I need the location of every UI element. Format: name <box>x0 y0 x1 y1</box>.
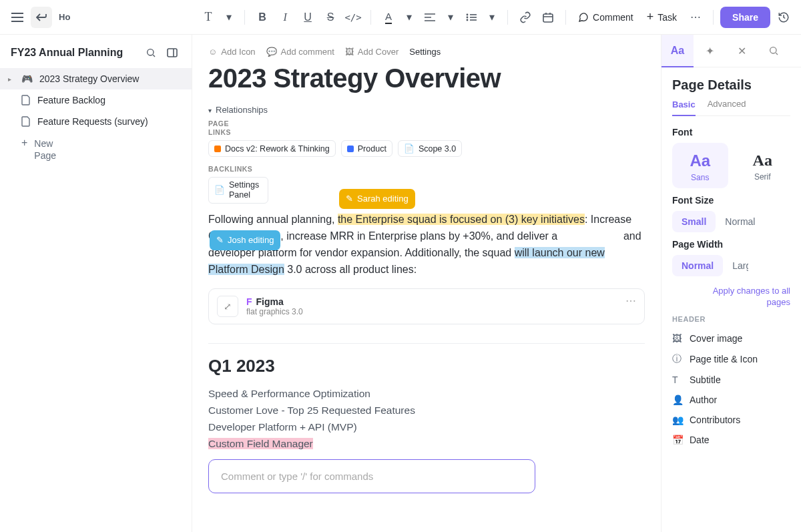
chevron-down-icon[interactable]: ▾ <box>442 9 459 26</box>
collapse-panel-icon[interactable] <box>164 44 181 61</box>
code-icon[interactable]: </> <box>342 7 364 28</box>
search-icon[interactable] <box>142 44 160 61</box>
strikethrough-icon[interactable]: S <box>320 7 341 28</box>
header-item-cover[interactable]: 🖼Cover image <box>672 328 790 348</box>
sidebar-item-label: Feature Requests (survey) <box>37 116 148 127</box>
underline-icon[interactable]: U <box>297 7 318 28</box>
sidebar-item-requests[interactable]: Feature Requests (survey) <box>0 111 192 132</box>
text-icon: T <box>672 374 683 385</box>
settings-button[interactable]: Settings <box>409 47 441 57</box>
new-page-button[interactable]: + New Page <box>0 132 192 167</box>
comment-button[interactable]: Comment <box>573 8 639 27</box>
body-line[interactable]: Custom Field Manager <box>208 436 645 453</box>
svg-rect-3 <box>543 14 553 22</box>
body-line[interactable]: Speed & Performance Optimization <box>208 386 645 403</box>
text-style-icon[interactable]: T <box>198 7 219 28</box>
panel-title: Page Details <box>672 77 790 93</box>
gamepad-icon: 🎮 <box>21 73 33 84</box>
more-icon[interactable]: ⋯ <box>625 294 637 307</box>
chevron-down-icon[interactable]: ▾ <box>483 9 501 26</box>
link-chip[interactable]: Docs v2: Rework & Thinking <box>208 140 336 157</box>
doc-icon <box>21 95 31 105</box>
plus-icon: + <box>21 138 27 148</box>
apply-all-link[interactable]: Apply changes to all pages <box>706 286 790 308</box>
pencil-icon: ✎ <box>346 192 353 206</box>
add-comment-button[interactable]: 💬Add comment <box>266 47 334 57</box>
sidebar-item-strategy[interactable]: ▸ 🎮 2023 Strategy Overview <box>0 68 192 89</box>
fontsize-label: Font Size <box>672 195 790 206</box>
svg-point-6 <box>770 47 776 53</box>
link-chip[interactable]: 📄Scope 3.0 <box>398 140 462 157</box>
italic-icon[interactable]: I <box>274 7 296 28</box>
header-item-contributors[interactable]: 👥Contributors <box>672 410 790 430</box>
header-item-author[interactable]: 👤Author <box>672 390 790 410</box>
sidebar-item-backlog[interactable]: Feature Backlog <box>0 89 192 111</box>
panel-tab-text[interactable]: Aa <box>661 35 694 67</box>
chevron-down-icon[interactable]: ▾ <box>400 9 418 26</box>
backlink-chip[interactable]: 📄Settings Panel <box>208 177 268 204</box>
link-chip[interactable]: Product <box>341 140 392 157</box>
list-icon[interactable] <box>461 7 482 28</box>
size-small-pill[interactable]: Small <box>672 211 716 232</box>
expand-icon[interactable]: ⤢ <box>217 296 238 317</box>
square-icon <box>214 146 221 152</box>
embed-subtitle: flat graphics 3.0 <box>246 307 303 316</box>
header-item-title[interactable]: ⓘPage title & Icon <box>672 348 790 370</box>
width-normal-pill[interactable]: Normal <box>672 255 723 276</box>
right-panel: Aa ✦ ✕ Page Details Basic Advanced Font … <box>661 35 801 532</box>
history-icon[interactable] <box>773 7 794 28</box>
svg-point-4 <box>148 49 154 55</box>
panel-tab-search[interactable] <box>758 35 790 67</box>
header-item-subtitle[interactable]: TSubtitle <box>672 370 790 390</box>
share-button[interactable]: Share <box>720 7 770 28</box>
width-large-pill[interactable]: Large <box>732 260 748 271</box>
presence-josh: ✎Josh editing <box>210 230 280 250</box>
text-style-group: T ▾ <box>198 7 238 28</box>
svg-point-0 <box>467 13 469 15</box>
svg-rect-5 <box>168 49 177 57</box>
menu-icon[interactable] <box>7 7 28 28</box>
info-icon: ⓘ <box>672 353 683 365</box>
figma-embed[interactable]: ⤢ FFigma flat graphics 3.0 ⋯ <box>208 288 645 324</box>
add-icon-button[interactable]: ☺Add Icon <box>208 47 256 57</box>
image-icon: 🖼 <box>345 47 354 57</box>
body-line[interactable]: Developer Platform + API (MVP) <box>208 419 645 436</box>
smile-icon: ☺ <box>208 47 217 57</box>
link-icon[interactable] <box>515 7 536 28</box>
highlight-pink: Custom Field Manager <box>208 438 313 449</box>
page-links-label: PAGE LINKS <box>208 119 235 136</box>
back-icon[interactable] <box>31 7 52 28</box>
date-icon[interactable] <box>537 7 559 28</box>
font-label: Font <box>672 127 790 138</box>
tab-home[interactable]: Ho <box>55 7 74 28</box>
relationships-toggle[interactable]: ▾ Relationships <box>208 105 645 115</box>
header-section-label: HEADER <box>672 315 790 323</box>
panel-tab-sparkle[interactable]: ✦ <box>694 35 726 67</box>
width-label: Page Width <box>672 239 790 250</box>
header-item-date[interactable]: 📅Date <box>672 430 790 450</box>
more-icon[interactable]: ⋯ <box>685 7 706 28</box>
add-cover-button[interactable]: 🖼Add Cover <box>345 47 398 57</box>
panel-tab-tools[interactable]: ✕ <box>726 35 758 67</box>
page-title[interactable]: 2023 Strategy Overview <box>208 63 645 93</box>
sidebar-item-label: 2023 Strategy Overview <box>39 73 139 84</box>
heading-q1[interactable]: Q1 2023 <box>208 356 645 376</box>
body-paragraph[interactable]: ✎Sarah editing ✎Josh editing Following a… <box>208 212 645 278</box>
bold-icon[interactable]: B <box>252 7 273 28</box>
text-color-icon[interactable]: A <box>378 7 399 28</box>
font-sans-card[interactable]: Aa Sans <box>672 143 728 188</box>
highlight-yellow: the Enterprise squad is focused on (3) k… <box>338 214 585 225</box>
body-line[interactable]: Customer Love - Top 25 Requested Feature… <box>208 403 645 419</box>
backlinks-label: BACKLINKS <box>208 165 645 173</box>
size-normal-pill[interactable]: Normal <box>725 216 755 227</box>
task-button[interactable]: + Task <box>641 6 682 28</box>
subtab-advanced[interactable]: Advanced <box>708 99 734 115</box>
comment-input[interactable]: Comment or type '/' for commands <box>208 459 535 493</box>
divider <box>208 343 645 344</box>
sidebar-item-label: New Page <box>34 138 61 162</box>
chevron-down-icon[interactable]: ▾ <box>220 9 238 26</box>
subtab-basic[interactable]: Basic <box>672 99 696 116</box>
align-icon[interactable] <box>419 7 441 28</box>
users-icon: 👥 <box>672 415 683 425</box>
font-serif-card[interactable]: Aa Serif <box>735 143 791 188</box>
